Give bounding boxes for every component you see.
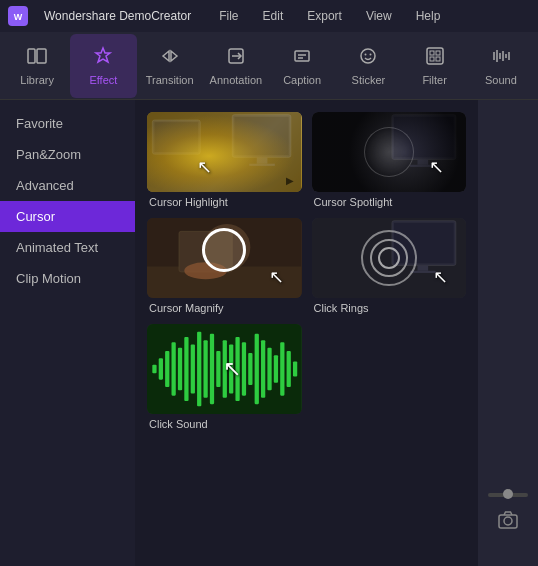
- sidebar-item-pan-zoom[interactable]: Pan&Zoom: [0, 139, 135, 170]
- toolbar-sound[interactable]: Sound: [468, 34, 534, 98]
- effect-cursor-magnify-label: Cursor Magnify: [147, 302, 302, 314]
- effect-cursor-highlight[interactable]: ↖ Cursor Highlight: [147, 112, 302, 208]
- svg-text:W: W: [14, 12, 23, 22]
- effect-cursor-spotlight[interactable]: ↖ Cursor Spotlight: [312, 112, 467, 208]
- svg-rect-50: [178, 348, 182, 391]
- sidebar-item-favorite[interactable]: Favorite: [0, 108, 135, 139]
- toolbar-effect[interactable]: Effect: [70, 34, 136, 98]
- svg-rect-48: [165, 351, 169, 387]
- effect-click-rings[interactable]: ↖ Click Rings: [312, 218, 467, 314]
- toolbar-caption[interactable]: Caption: [269, 34, 335, 98]
- svg-rect-53: [197, 332, 201, 407]
- svg-rect-15: [430, 57, 434, 61]
- svg-rect-2: [28, 49, 35, 63]
- svg-rect-68: [293, 362, 297, 377]
- svg-rect-13: [430, 51, 434, 55]
- menu-bar: W Wondershare DemoCreator File Edit Expo…: [0, 0, 538, 32]
- transition-icon: [159, 45, 181, 70]
- thumbnail-cursor-spotlight: ↖: [312, 112, 467, 192]
- svg-rect-16: [436, 57, 440, 61]
- caption-icon: [291, 45, 313, 70]
- right-panel: [478, 100, 538, 566]
- svg-rect-55: [210, 334, 214, 404]
- svg-rect-54: [203, 340, 207, 398]
- effect-cursor-highlight-label: Cursor Highlight: [147, 196, 302, 208]
- svg-rect-14: [436, 51, 440, 55]
- svg-rect-66: [280, 342, 284, 395]
- toolbar-caption-label: Caption: [283, 74, 321, 86]
- menu-edit[interactable]: Edit: [259, 7, 288, 25]
- sidebar-item-advanced[interactable]: Advanced: [0, 170, 135, 201]
- svg-rect-61: [248, 353, 252, 385]
- toolbar-annotation[interactable]: Annotation: [203, 34, 269, 98]
- app-logo: W: [8, 6, 28, 26]
- effects-grid: ↖ Cursor Highlight ↖: [147, 112, 466, 430]
- toolbar-sound-label: Sound: [485, 74, 517, 86]
- camera-icon[interactable]: [497, 509, 519, 536]
- effects-content: ↖ Cursor Highlight ↖: [135, 100, 478, 566]
- svg-rect-51: [184, 337, 188, 401]
- thumbnail-click-sound: ↖: [147, 324, 302, 414]
- svg-rect-6: [295, 51, 309, 61]
- toolbar: Library Effect Transition Annotation: [0, 32, 538, 100]
- svg-point-10: [365, 54, 367, 56]
- sidebar-item-clip-motion[interactable]: Clip Motion: [0, 263, 135, 294]
- effect-icon: [92, 45, 114, 70]
- toolbar-sticker[interactable]: Sticker: [335, 34, 401, 98]
- effect-click-rings-label: Click Rings: [312, 302, 467, 314]
- svg-rect-52: [191, 344, 195, 393]
- menu-help[interactable]: Help: [412, 7, 445, 25]
- sidebar: Favorite Pan&Zoom Advanced Cursor Animat…: [0, 100, 135, 566]
- svg-point-9: [361, 49, 375, 63]
- menu-export[interactable]: Export: [303, 7, 346, 25]
- svg-rect-46: [152, 365, 156, 374]
- sidebar-item-cursor[interactable]: Cursor: [0, 201, 135, 232]
- effect-click-sound[interactable]: ↖ Click Sound: [147, 324, 302, 430]
- effect-cursor-magnify[interactable]: ↖ Cursor Magnify: [147, 218, 302, 314]
- svg-rect-56: [216, 351, 220, 387]
- svg-rect-60: [242, 342, 246, 395]
- effect-cursor-spotlight-label: Cursor Spotlight: [312, 196, 467, 208]
- thumbnail-click-rings: ↖: [312, 218, 467, 298]
- svg-rect-12: [427, 48, 443, 64]
- toolbar-transition-label: Transition: [146, 74, 194, 86]
- app-name: Wondershare DemoCreator: [44, 9, 191, 23]
- toolbar-annotation-label: Annotation: [210, 74, 263, 86]
- thumbnail-cursor-magnify: ↖: [147, 218, 302, 298]
- svg-rect-65: [274, 355, 278, 383]
- sticker-icon: [357, 45, 379, 70]
- effect-click-sound-label: Click Sound: [147, 418, 302, 430]
- toolbar-library-label: Library: [20, 74, 54, 86]
- annotation-icon: [225, 45, 247, 70]
- svg-rect-47: [159, 358, 163, 379]
- main-area: Favorite Pan&Zoom Advanced Cursor Animat…: [0, 100, 538, 566]
- svg-rect-63: [261, 340, 265, 398]
- svg-point-11: [370, 54, 372, 56]
- library-icon: [26, 45, 48, 70]
- sidebar-item-animated-text[interactable]: Animated Text: [0, 232, 135, 263]
- toolbar-filter-label: Filter: [422, 74, 446, 86]
- svg-rect-62: [255, 334, 259, 404]
- toolbar-library[interactable]: Library: [4, 34, 70, 98]
- menu-file[interactable]: File: [215, 7, 242, 25]
- toolbar-sticker-label: Sticker: [352, 74, 386, 86]
- svg-rect-49: [172, 342, 176, 395]
- svg-rect-3: [37, 49, 46, 63]
- svg-point-70: [504, 517, 512, 525]
- svg-rect-43: [417, 265, 428, 270]
- thumbnail-cursor-highlight: ↖: [147, 112, 302, 192]
- menu-view[interactable]: View: [362, 7, 396, 25]
- toolbar-transition[interactable]: Transition: [137, 34, 203, 98]
- toolbar-filter[interactable]: Filter: [402, 34, 468, 98]
- toolbar-effect-label: Effect: [89, 74, 117, 86]
- sound-icon: [490, 45, 512, 70]
- svg-rect-67: [287, 351, 291, 387]
- filter-icon: [424, 45, 446, 70]
- svg-rect-64: [267, 348, 271, 391]
